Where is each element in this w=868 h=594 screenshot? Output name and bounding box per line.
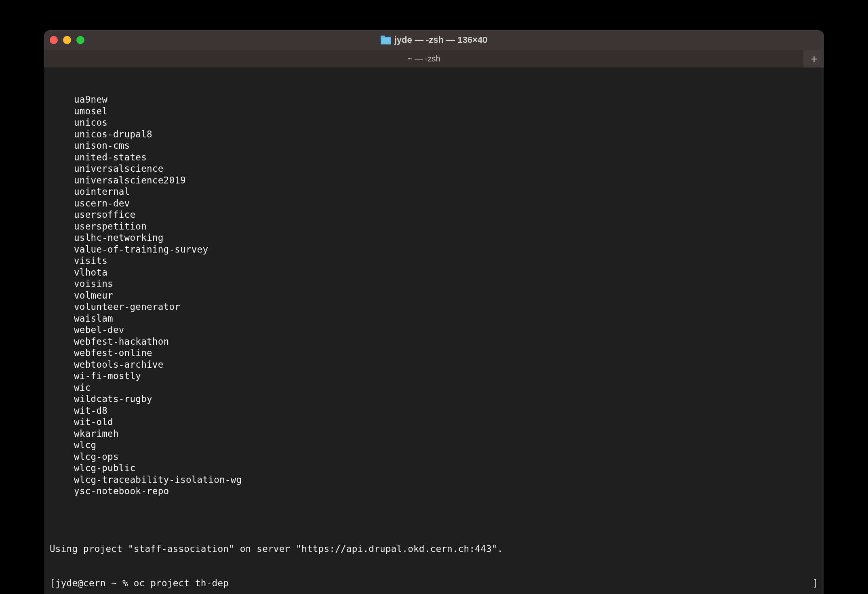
status-line: Using project "staff-association" on ser… <box>44 543 824 555</box>
list-item: uslhc-networking <box>44 232 824 244</box>
zoom-button[interactable] <box>76 36 84 44</box>
tab-bar: ~ — -zsh + <box>44 50 824 67</box>
svg-rect-1 <box>381 36 385 38</box>
list-item: value-of-training-survey <box>44 244 824 255</box>
list-item: ua9new <box>44 94 824 105</box>
list-item: ysc-notebook-repo <box>44 485 824 497</box>
traffic-lights <box>50 36 84 44</box>
list-item: wic <box>44 382 824 394</box>
list-item: united-states <box>44 152 824 163</box>
project-list: ua9newumoselunicosunicos-drupal8unison-c… <box>44 94 824 497</box>
list-item: usersoffice <box>44 209 824 221</box>
list-item: wkarimeh <box>44 428 824 440</box>
list-item: wit-d8 <box>44 405 824 417</box>
list-item: webtools-archive <box>44 359 824 371</box>
list-item: webel-dev <box>44 324 824 336</box>
list-item: universalscience2019 <box>44 175 824 186</box>
list-item: webfest-hackathon <box>44 336 824 348</box>
svg-rect-2 <box>381 38 390 44</box>
list-item: universalscience <box>44 163 824 175</box>
folder-icon <box>381 36 391 44</box>
minimize-button[interactable] <box>63 36 71 44</box>
list-item: uscern-dev <box>44 198 824 209</box>
window-title: jyde — -zsh — 136×40 <box>381 35 488 45</box>
window-title-text: jyde — -zsh — 136×40 <box>394 35 488 45</box>
list-item: unicos-drupal8 <box>44 128 824 140</box>
list-item: wlcg-traceability-isolation-wg <box>44 474 824 486</box>
tab-active[interactable]: ~ — -zsh <box>44 50 804 67</box>
terminal-window: jyde — -zsh — 136×40 ~ — -zsh + ua9newum… <box>44 30 824 594</box>
window-titlebar: jyde — -zsh — 136×40 <box>44 30 824 50</box>
list-item: umosel <box>44 105 824 117</box>
list-item: unison-cms <box>44 140 824 152</box>
list-item: wildcats-rugby <box>44 393 824 405</box>
prompt-previous: [jyde@cern ~ % oc project th-dep] <box>44 577 824 589</box>
list-item: waislam <box>44 313 824 324</box>
list-item: wlcg-public <box>44 462 824 474</box>
list-item: unicos <box>44 117 824 128</box>
list-item: webfest-online <box>44 347 824 359</box>
right-bracket: ] <box>813 577 818 589</box>
list-item: vlhota <box>44 267 824 278</box>
list-item: userspetition <box>44 221 824 232</box>
terminal-output[interactable]: ua9newumoselunicosunicos-drupal8unison-c… <box>44 67 824 594</box>
list-item: uointernal <box>44 186 824 198</box>
list-item: wlcg-ops <box>44 451 824 463</box>
list-item: volmeur <box>44 290 824 301</box>
list-item: visits <box>44 255 824 267</box>
list-item: voisins <box>44 278 824 290</box>
list-item: volunteer-generator <box>44 301 824 313</box>
list-item: wit-old <box>44 416 824 428</box>
close-button[interactable] <box>50 36 58 44</box>
list-item: wlcg <box>44 439 824 451</box>
tab-label: ~ — -zsh <box>408 54 440 63</box>
new-tab-button[interactable]: + <box>804 50 824 67</box>
list-item: wi-fi-mostly <box>44 370 824 382</box>
